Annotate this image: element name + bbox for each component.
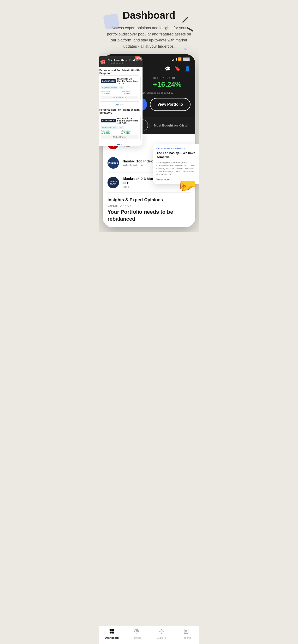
lifetime-label-2: Lifetime (p.a.) [121, 130, 138, 132]
returns-1y-label: Returns (1Y) [101, 90, 118, 92]
carousel-dots-2 [99, 143, 142, 146]
header-icons: 💬 🔖 👤 [165, 66, 191, 72]
nasdaq-logo: INVESCO [107, 157, 119, 169]
dot-5 [121, 144, 122, 145]
dot-2 [120, 104, 121, 106]
bookmark-icon[interactable]: 🔖 [175, 66, 181, 72]
fund-name: BlackRock US Flexible Equity Fund - A2 A… [117, 78, 138, 85]
dot-3 [122, 104, 123, 106]
profile-icon[interactable]: 👤 [185, 66, 191, 72]
returns-1y-value-2: ▲ 8.88% [101, 132, 118, 134]
returns-row: Returns (1Y) ▲ 8.88% Lifetime (p.a.) ▲ 7… [101, 90, 138, 95]
returns-label: RETURNS (YTD) [153, 76, 191, 79]
mascot-illustration: 🤜 [178, 177, 196, 194]
tab-divider: | [148, 123, 151, 128]
fund-type-2: Mutual Funds [101, 135, 138, 139]
lifetime-value: ▲ 7.44% [121, 92, 138, 95]
kristal-fund-header-2: BLACKROCK BlackRock US Flexible Equity F… [101, 117, 138, 124]
tag-row: Equity Diversified +2 [101, 86, 138, 89]
tag-row-2: Equity Diversified +2 [101, 126, 138, 129]
blackrock-logo: BLACKROCK [107, 177, 119, 188]
returns-1y-value: ▲ 8.88% [101, 92, 118, 95]
carousel-dots [99, 104, 142, 106]
wifi-icon: 📶 [178, 57, 182, 61]
kristal-fund-card-2: BLACKROCK BlackRock US Flexible Equity F… [99, 115, 140, 141]
page-title: Dashboard [106, 10, 192, 21]
kristal-section-label: Personalised For Private Wealth Singapor… [99, 67, 142, 76]
kristal-fund-header: BLACKROCK BlackRock US Flexible Equity F… [101, 78, 138, 85]
battery-icon: ▓▓▓ [183, 57, 190, 61]
returns-1y-label-2: Returns (1Y) [101, 130, 118, 132]
fund-type: Mutual Funds [101, 96, 138, 100]
plus-tag-2: +2 [119, 126, 123, 129]
page-header: Dashboard Access expert opinions and ins… [99, 0, 199, 54]
brief-tag: KRISTAL DAILY BRIEF | 9T... [157, 147, 198, 150]
fund-name-2: BlackRock US Flexible Equity Fund - A2 A… [117, 117, 138, 124]
lifetime-value-2: ▲ 7.44% [121, 132, 138, 134]
brief-headline: The Fed has sp... We have some wa... [157, 151, 198, 159]
expert-headline: Your Portfolio needs to be rebalanced [107, 209, 191, 222]
kristal-popup[interactable]: NEW 🐙 Check out these Kristals curated f… [99, 56, 142, 146]
returns-1y-2: Returns (1Y) ▲ 8.88% [101, 130, 118, 134]
returns-1y: Returns (1Y) ▲ 8.88% [101, 90, 118, 95]
view-portfolio-button[interactable]: View Portfolio [150, 98, 191, 111]
lifetime-returns-2: Lifetime (p.a.) ▲ 7.44% [121, 130, 138, 134]
tab-most-bought[interactable]: Most Bought on Kristal [151, 122, 192, 129]
plus-tag: +2 [119, 86, 123, 89]
dot-4 [117, 144, 120, 145]
kristal-popup-header: NEW 🐙 Check out these Kristals curated f… [99, 56, 142, 67]
blackrock-badge: BLACKROCK [101, 79, 116, 83]
brief-body: Featuring Mr Sudhir Sethi, Foun... Chira… [157, 161, 198, 176]
dot-1 [116, 104, 119, 106]
equity-tag-2: Equity Diversified [101, 126, 118, 129]
kristal-fund-card: BLACKROCK BlackRock US Flexible Equity F… [99, 76, 140, 102]
lifetime-returns: Lifetime (p.a.) ▲ 7.44% [121, 90, 138, 95]
returns-row-2: Returns (1Y) ▲ 8.88% Lifetime (p.a.) ▲ 7… [101, 130, 138, 134]
lifetime-label: Lifetime (p.a.) [121, 90, 138, 92]
signal-icon [172, 58, 177, 60]
kristal-popup-title: Check out these Kristals [108, 59, 138, 62]
status-icons: 📶 ▓▓▓ [172, 57, 190, 61]
blackrock-badge-2: BLACKROCK [101, 119, 116, 122]
page-subtitle: Access expert opinions and insights for … [106, 25, 192, 49]
insights-section-title: Insights & Expert Opinions [103, 192, 195, 204]
kristal-popup-sub: curated for you! [108, 62, 138, 64]
kristal-section-label-2: Personalised For Private Wealth Singapor… [99, 106, 142, 115]
expert-tag: EXPERT OPINION [107, 204, 191, 207]
equity-tag: Equity Diversified [101, 86, 118, 89]
expert-opinion-section: EXPERT OPINION Your Portfolio needs to b… [103, 204, 195, 227]
phone-mockup: 9:41 📶 ▓▓▓ Dashboard 💬 🔖 👤 [99, 54, 199, 232]
returns-block: RETURNS (YTD) +16.24% [153, 76, 191, 88]
stats-divider [149, 76, 149, 88]
returns-value: +16.24% [153, 80, 191, 88]
chat-icon[interactable]: 💬 [165, 66, 171, 72]
